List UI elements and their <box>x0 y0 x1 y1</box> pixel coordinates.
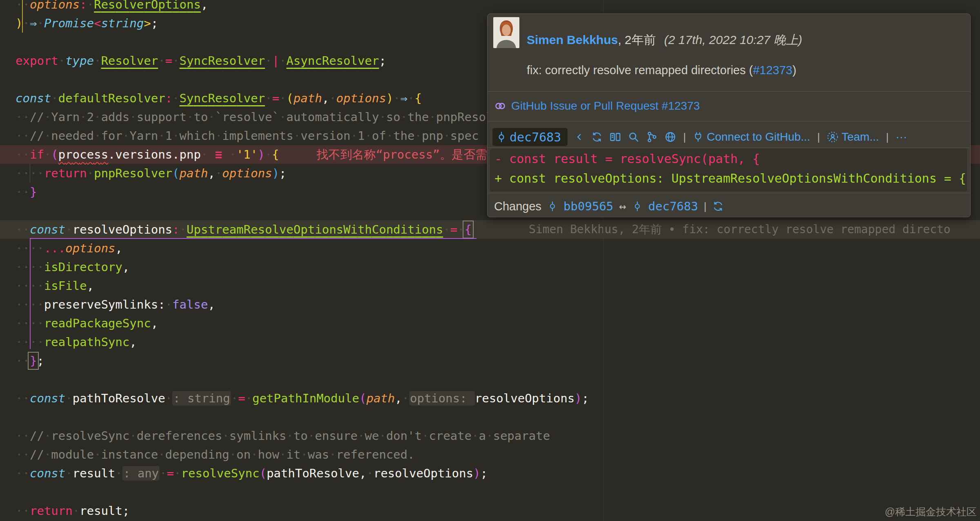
link-icon <box>494 100 506 112</box>
code-line[interactable]: ··const·result·: any·=·resolveSync(pathT… <box>0 464 980 483</box>
plug-icon <box>693 132 703 142</box>
code-line[interactable]: ····isFile, <box>0 276 980 295</box>
commit-diff-preview: - const result = resolveSync(path, { + c… <box>489 148 968 192</box>
commit-icon <box>496 131 507 143</box>
indent-guide <box>30 164 30 183</box>
inline-blame-annotation: Simen Bekkhus, 2年前 • fix: correctly reso… <box>529 220 978 239</box>
organization-icon <box>827 131 838 143</box>
separator: | <box>704 200 707 213</box>
commit-icon <box>632 201 643 212</box>
code-line[interactable]: ··return·result; <box>0 501 980 520</box>
block-guide-purple-left <box>30 238 31 349</box>
connect-github-button[interactable]: Connect to GitHub... <box>693 130 810 143</box>
commit-icon <box>547 201 558 212</box>
code-line[interactable] <box>0 483 980 501</box>
diff-removed-line: - const result = resolveSync(path, { <box>494 152 760 166</box>
commit-date: (2 17th, 2022 10:27 晚上) <box>664 33 803 46</box>
github-issue-row[interactable]: GitHub Issue or Pull Request #12373 <box>494 98 700 114</box>
commit-author-link[interactable]: Simen Bekkhus <box>527 33 618 46</box>
commit-sha: dec7683 <box>510 130 561 144</box>
chevron-left-icon[interactable] <box>574 132 584 142</box>
separator: | <box>886 131 889 143</box>
code-line[interactable]: ··options:·ResolverOptions, <box>0 0 980 14</box>
separator: | <box>817 131 820 143</box>
code-line[interactable]: ··const·pathToResolve·: string·=·getPath… <box>0 389 980 408</box>
globe-icon[interactable] <box>665 131 676 143</box>
code-line[interactable]: ··}; <box>0 351 980 370</box>
diff-added-line: + const resolveOptions: UpstreamResolveO… <box>494 171 966 185</box>
code-line[interactable]: ··const·resolveOptions:·UpstreamResolveO… <box>0 220 980 239</box>
changes-from-sha[interactable]: bb09565 <box>563 199 613 213</box>
open-changes-icon[interactable] <box>610 131 621 143</box>
pr-number-link[interactable]: #12373 <box>753 64 792 77</box>
commit-author-row: Simen Bekkhus, 2年前(2 17th, 2022 10:27 晚上… <box>527 32 802 49</box>
search-icon[interactable] <box>628 131 639 143</box>
watermark: @稀土掘金技术社区 <box>885 505 977 519</box>
commit-age: , 2年前 <box>618 33 656 46</box>
error-lens-message: 找不到名称“process”。是否需 <box>317 148 487 161</box>
commit-graph-icon[interactable] <box>646 131 658 143</box>
code-line[interactable]: ··//·module·instance·depending·on·how·it… <box>0 445 980 464</box>
changes-label: Changes <box>494 200 541 213</box>
commit-message: fix: correctly resolve remapped director… <box>527 64 796 77</box>
commit-actions-row: dec7683 | <box>492 126 907 148</box>
more-actions-button[interactable]: ··· <box>896 130 907 143</box>
code-line[interactable]: ····...options, <box>0 239 980 258</box>
team-button[interactable]: Team... <box>827 130 879 143</box>
gitlens-commit-hover: Simen Bekkhus, 2年前(2 17th, 2022 10:27 晚上… <box>487 13 971 217</box>
commit-sha-badge[interactable]: dec7683 <box>492 128 568 146</box>
changes-row: Changes bb09565 ↔ dec7683 | <box>494 198 724 214</box>
code-line[interactable]: ····realpathSync, <box>0 333 980 351</box>
sync-icon[interactable] <box>591 131 603 143</box>
code-line[interactable] <box>0 370 980 389</box>
github-issue-link[interactable]: GitHub Issue or Pull Request #12373 <box>511 99 700 113</box>
code-line[interactable]: ····readPackageSync, <box>0 314 980 333</box>
code-line[interactable]: ··//·resolveSync·dereferences·symlinks·t… <box>0 426 980 445</box>
compare-icon[interactable] <box>712 201 724 212</box>
divider <box>488 121 970 121</box>
avatar[interactable] <box>493 17 519 48</box>
code-line[interactable] <box>0 408 980 426</box>
changes-to-sha[interactable]: dec7683 <box>648 199 698 213</box>
vscode-editor-screenshot: ··options:·ResolverOptions,)·⇒·Promise<s… <box>0 0 980 521</box>
code-line[interactable]: ····isDirectory, <box>0 258 980 276</box>
arrow-both-icon: ↔ <box>619 199 626 213</box>
divider <box>488 193 970 193</box>
separator: | <box>683 131 686 143</box>
code-line[interactable]: ····preserveSymlinks:·false, <box>0 295 980 314</box>
divider <box>488 91 970 92</box>
block-guide-purple-top <box>30 238 477 239</box>
bracket-guide-yellow <box>22 0 23 33</box>
